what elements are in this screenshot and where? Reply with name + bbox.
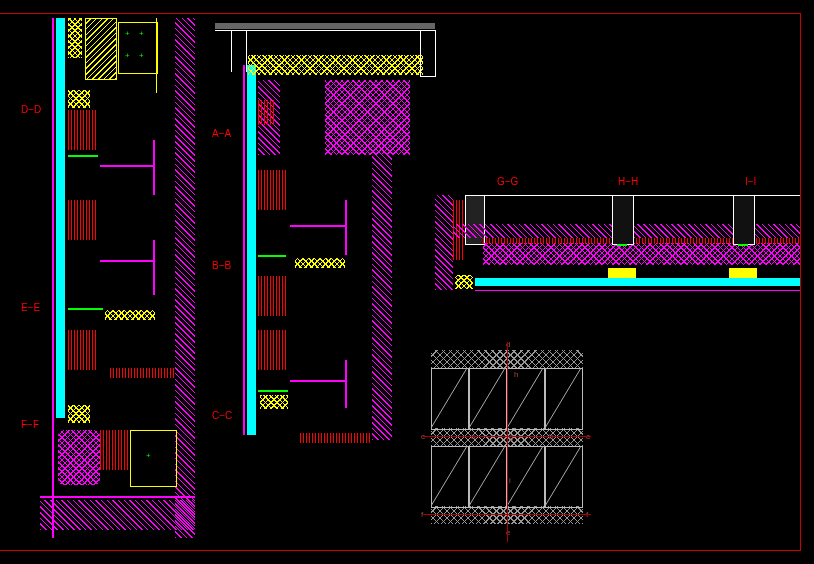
aa-coping: [215, 23, 435, 29]
section-label-dd: D−D: [21, 104, 41, 115]
wall-hatch-left: [175, 18, 195, 538]
bb-shelf: [290, 225, 347, 227]
plan-glazing: [475, 278, 800, 286]
ii-grn: [738, 244, 748, 246]
section-label-ee: E−E: [21, 302, 40, 313]
ee-insul3: [110, 368, 175, 378]
ground-left: [40, 500, 195, 530]
ff-box: +: [130, 430, 177, 487]
bb-plate: [295, 258, 345, 268]
dd-box: ++ ++: [118, 22, 158, 74]
cc-bracket: [345, 360, 347, 408]
dd-bracket: [153, 140, 155, 195]
plan-line: [475, 290, 800, 291]
ii-mullion: [733, 195, 755, 245]
ee-conc: [110, 340, 175, 368]
dd-insul2: [68, 110, 98, 150]
aa-line1: [215, 30, 435, 31]
dd-insul: [68, 18, 82, 58]
hh-mullion: [612, 195, 634, 245]
cc-conc: [300, 408, 370, 433]
ee-bracket: [153, 240, 155, 295]
dd-panel: [85, 18, 117, 80]
wall-line-mid: [243, 65, 245, 435]
bb-grn: [258, 255, 286, 257]
ee-shelf: [100, 260, 155, 262]
section-label-ff: F−F: [21, 419, 39, 430]
bb-insul2: [258, 276, 286, 316]
aa-insul-v: [258, 100, 276, 125]
cad-canvas[interactable]: D−D ++ ++ E−E F−F + A−A B−B: [0, 0, 814, 564]
dd-line: [156, 18, 157, 93]
cc-insul: [258, 330, 286, 370]
gg-wall: [435, 195, 453, 290]
cc-insul2: [300, 433, 370, 443]
wall-line-left-outer: [52, 18, 54, 538]
ee-plate: [105, 310, 155, 320]
ff-footing: [58, 430, 100, 485]
plan-inner: [483, 243, 800, 265]
section-label-gg: G−G: [497, 176, 518, 187]
ff-cap: [68, 405, 90, 423]
section-label-aa: A−A: [212, 128, 231, 139]
section-label-cc: C−C: [212, 410, 232, 421]
section-label-bb: B−B: [212, 260, 231, 271]
ff-insul: [100, 430, 130, 470]
ground-line-left: [40, 496, 195, 498]
ee-grn: [68, 308, 103, 310]
bb-bracket: [345, 200, 347, 255]
ii-clip: [729, 268, 757, 278]
wall-hatch-mid: [372, 130, 392, 440]
dd-shelf: [100, 165, 155, 167]
elevation-key: d h c a g b c i f f e: [431, 350, 583, 540]
section-label-hh: H−H: [618, 176, 638, 187]
dd-grn: [68, 155, 98, 157]
cc-grn: [258, 390, 288, 392]
aa-rh-upstand: [420, 30, 436, 77]
aa-roof-insul: [248, 55, 423, 75]
cc-shelf: [290, 380, 347, 382]
section-label-ii: I−I: [745, 176, 756, 187]
aa-wall-solid: [325, 80, 410, 155]
gg-yel: [455, 275, 473, 289]
hh-grn: [617, 244, 627, 246]
cc-cap: [260, 395, 288, 409]
hh-clip: [608, 268, 636, 278]
aa-parapet: [231, 30, 247, 72]
ee-insul2: [68, 330, 98, 370]
plan-top-line: [483, 195, 800, 196]
bb-insul: [258, 170, 286, 210]
glazing-left: [56, 18, 65, 418]
glazing-mid: [247, 65, 256, 435]
ee-insul: [68, 200, 98, 240]
dd-cap: [68, 90, 90, 108]
